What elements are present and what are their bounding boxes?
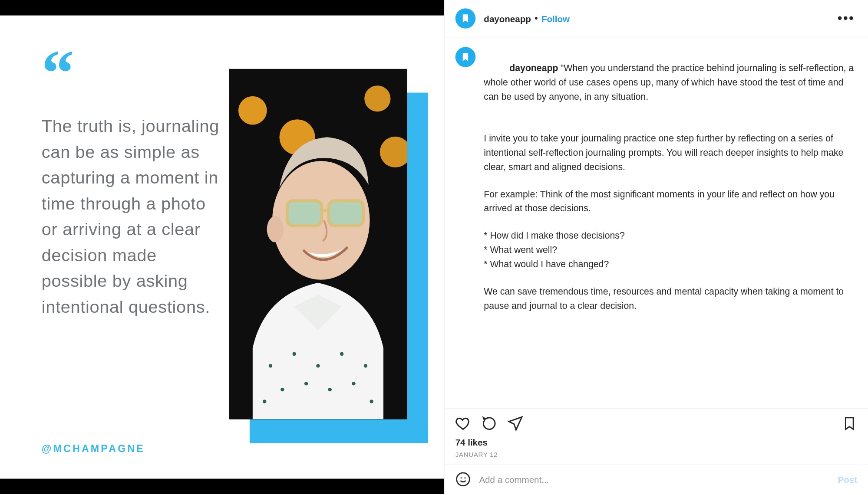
- svg-point-15: [370, 400, 373, 403]
- caption-p4: * How did I make those decisions? * What…: [484, 229, 857, 272]
- svg-point-7: [316, 364, 320, 367]
- svg-point-17: [267, 216, 284, 242]
- caption-author[interactable]: dayoneapp: [509, 63, 558, 73]
- portrait-photo: [229, 69, 407, 420]
- bookmark-icon: [460, 52, 471, 62]
- svg-point-1: [238, 96, 267, 125]
- svg-point-14: [263, 400, 266, 403]
- quote-card-left: “ The truth is, journaling can be as sim…: [42, 51, 220, 455]
- more-options-button[interactable]: •••: [835, 11, 857, 26]
- caption-p2: I invite you to take your journaling pra…: [484, 131, 857, 174]
- bookmark-icon: [460, 13, 471, 24]
- svg-point-5: [269, 364, 272, 367]
- svg-point-9: [364, 364, 367, 367]
- quote-card: “ The truth is, journaling can be as sim…: [0, 16, 444, 479]
- svg-point-12: [328, 388, 332, 391]
- action-row: [455, 413, 857, 436]
- post-media: “ The truth is, journaling can be as sim…: [0, 0, 444, 494]
- quote-handle: @MCHAMPAGNE: [42, 443, 220, 455]
- like-button[interactable]: [455, 416, 471, 431]
- comment-bar: Post: [445, 464, 868, 494]
- svg-point-3: [364, 85, 390, 111]
- quote-text: The truth is, journaling can be as simpl…: [42, 113, 220, 320]
- separator-dot: •: [535, 13, 538, 24]
- bookmark-outline-icon: [842, 416, 858, 431]
- post-header: dayoneapp • Follow •••: [445, 0, 868, 37]
- avatar[interactable]: [455, 8, 476, 29]
- quote-icon: “: [42, 57, 220, 89]
- smile-icon: [455, 472, 471, 487]
- post-body: dayoneapp"When you understand the practi…: [445, 37, 868, 408]
- share-button[interactable]: [508, 416, 523, 431]
- send-icon: [508, 416, 523, 431]
- actions-bar: 74 likes JANUARY 12: [445, 408, 868, 464]
- comment-icon: [482, 416, 497, 431]
- svg-point-11: [304, 382, 308, 385]
- post-date: JANUARY 12: [455, 451, 857, 458]
- svg-point-22: [461, 477, 462, 479]
- follow-button[interactable]: Follow: [541, 13, 570, 23]
- post-panel: dayoneapp • Follow ••• dayoneapp"When yo…: [444, 0, 868, 494]
- svg-point-10: [281, 388, 284, 391]
- quote-card-right: [220, 51, 409, 455]
- svg-point-13: [352, 382, 355, 385]
- svg-point-23: [464, 477, 465, 479]
- avatar[interactable]: [455, 47, 476, 67]
- comment-input[interactable]: [479, 474, 829, 484]
- emoji-button[interactable]: [455, 472, 471, 487]
- caption-p5: We can save tremendous time, resources a…: [484, 285, 857, 313]
- header-username[interactable]: dayoneapp: [484, 13, 531, 23]
- post-caption: dayoneapp"When you understand the practi…: [484, 47, 857, 403]
- svg-point-21: [457, 473, 470, 486]
- save-button[interactable]: [842, 416, 858, 431]
- svg-rect-19: [329, 201, 363, 226]
- svg-point-8: [340, 352, 343, 356]
- comment-button[interactable]: [482, 416, 497, 431]
- svg-rect-18: [287, 201, 321, 226]
- caption-p3: For example: Think of the most significa…: [484, 187, 857, 216]
- likes-count[interactable]: 74 likes: [455, 436, 857, 451]
- svg-point-6: [293, 352, 296, 356]
- heart-icon: [455, 416, 471, 431]
- post-comment-button[interactable]: Post: [838, 474, 858, 484]
